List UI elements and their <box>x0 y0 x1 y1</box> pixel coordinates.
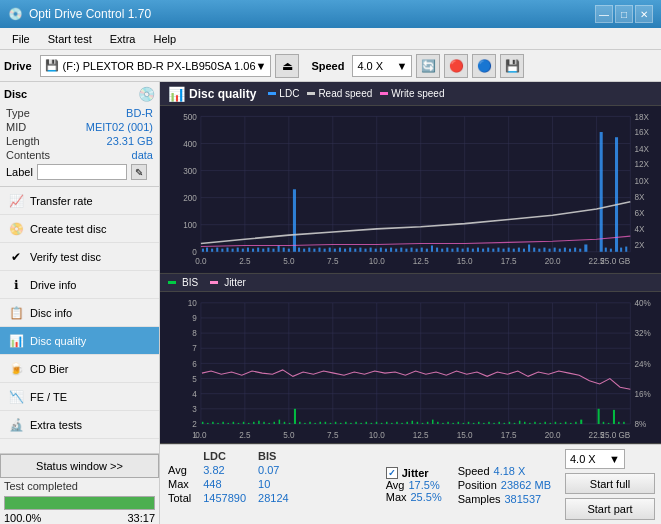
svg-text:200: 200 <box>183 194 197 203</box>
svg-text:16%: 16% <box>634 388 651 398</box>
svg-rect-196 <box>320 421 322 423</box>
samples-label: Samples <box>458 493 501 505</box>
svg-rect-55 <box>257 248 259 252</box>
svg-rect-216 <box>422 422 424 423</box>
menu-extra[interactable]: Extra <box>102 31 144 47</box>
svg-text:40%: 40% <box>634 297 651 307</box>
sidebar-progress-fill <box>5 497 154 509</box>
jitter-checkbox[interactable]: ✓ <box>386 467 398 479</box>
svg-text:300: 300 <box>183 167 197 176</box>
svg-rect-174 <box>207 422 209 423</box>
svg-rect-73 <box>349 248 351 252</box>
svg-rect-108 <box>528 244 530 251</box>
jitter-avg-label: Avg <box>386 479 405 491</box>
svg-rect-178 <box>227 422 229 423</box>
svg-rect-69 <box>329 248 331 252</box>
svg-rect-51 <box>237 248 239 252</box>
save-button[interactable]: 💾 <box>500 54 524 78</box>
svg-text:6: 6 <box>192 358 197 368</box>
svg-text:12.5: 12.5 <box>413 257 429 266</box>
disc-mid-row: MID MEIT02 (001) <box>4 120 155 134</box>
svg-text:15.0: 15.0 <box>457 429 473 439</box>
disc-icon: 💿 <box>138 86 155 102</box>
sidebar-item-disc-info[interactable]: 📋 Disc info <box>0 299 159 327</box>
menu-file[interactable]: File <box>4 31 38 47</box>
sidebar-item-create-test-disc[interactable]: 📀 Create test disc <box>0 215 159 243</box>
action-speed-val: 4.0 X <box>570 453 596 465</box>
svg-rect-120 <box>600 132 603 252</box>
svg-text:10.0: 10.0 <box>369 429 385 439</box>
svg-text:25.0 GB: 25.0 GB <box>600 429 630 439</box>
svg-rect-113 <box>554 248 556 252</box>
sidebar-item-cd-bier[interactable]: 🍺 CD Bier <box>0 355 159 383</box>
disc-quality-icon: 📊 <box>8 334 24 348</box>
start-full-button[interactable]: Start full <box>565 473 655 495</box>
status-window-button[interactable]: Status window >> <box>0 454 159 478</box>
sidebar-item-fe-te[interactable]: 📉 FE / TE <box>0 383 159 411</box>
disc-label-input[interactable] <box>37 164 127 180</box>
disc-contents-row: Contents data <box>4 148 155 162</box>
close-button[interactable]: ✕ <box>635 5 653 23</box>
settings-button2[interactable]: 🔵 <box>472 54 496 78</box>
svg-rect-60 <box>283 248 285 252</box>
svg-rect-82 <box>395 249 397 252</box>
position-label: Position <box>458 479 497 491</box>
svg-rect-109 <box>533 248 535 252</box>
sidebar-item-drive-info[interactable]: ℹ Drive info <box>0 271 159 299</box>
sidebar-item-transfer-rate[interactable]: 📈 Transfer rate <box>0 187 159 215</box>
svg-text:8X: 8X <box>634 193 644 202</box>
svg-text:100: 100 <box>183 221 197 230</box>
svg-rect-233 <box>509 421 511 423</box>
col-header-empty <box>168 449 203 463</box>
svg-rect-95 <box>462 249 464 252</box>
svg-rect-235 <box>519 420 521 423</box>
eject-button[interactable]: ⏏ <box>275 54 299 78</box>
svg-rect-189 <box>284 421 286 423</box>
maximize-button[interactable]: □ <box>615 5 633 23</box>
disc-length-row: Length 23.31 GB <box>4 134 155 148</box>
svg-rect-241 <box>550 422 552 423</box>
action-speed-dropdown[interactable]: 4.0 X ▼ <box>565 449 625 469</box>
menu-help[interactable]: Help <box>145 31 184 47</box>
app-title: Opti Drive Control 1.70 <box>29 7 151 21</box>
avg-ldc: 3.82 <box>203 463 258 477</box>
start-part-button[interactable]: Start part <box>565 498 655 520</box>
drive-info-label: Drive info <box>30 279 76 291</box>
svg-rect-212 <box>401 422 403 423</box>
svg-text:500: 500 <box>183 112 197 121</box>
svg-text:0: 0 <box>192 248 197 257</box>
svg-rect-106 <box>518 248 520 252</box>
legend-bis: BIS <box>168 277 198 288</box>
svg-text:17.5: 17.5 <box>501 429 517 439</box>
drive-selector[interactable]: 💾 (F:) PLEXTOR BD-R PX-LB950SA 1.06 ▼ <box>40 55 272 77</box>
refresh-button[interactable]: 🔄 <box>416 54 440 78</box>
speed-selector[interactable]: 4.0 X ▼ <box>352 55 412 77</box>
svg-rect-57 <box>267 248 269 252</box>
sidebar-item-extra-tests[interactable]: 🔬 Extra tests <box>0 411 159 439</box>
svg-rect-192 <box>299 421 301 423</box>
bottom-chart: 10 9 8 7 6 5 4 3 2 1 40% 32% <box>160 292 661 444</box>
svg-rect-180 <box>238 422 240 423</box>
status-text: Test completed <box>0 478 159 494</box>
svg-text:18X: 18X <box>634 112 649 121</box>
total-label: Total <box>168 491 203 505</box>
svg-rect-179 <box>233 421 235 423</box>
menu-start-test[interactable]: Start test <box>40 31 100 47</box>
legend-write-speed: Write speed <box>380 88 444 99</box>
sidebar-item-disc-quality[interactable]: 📊 Disc quality <box>0 327 159 355</box>
svg-rect-236 <box>524 421 526 423</box>
sidebar-item-verify-test-disc[interactable]: ✔ Verify test disc <box>0 243 159 271</box>
svg-rect-83 <box>400 248 402 252</box>
svg-rect-67 <box>318 248 320 252</box>
svg-text:7: 7 <box>192 343 197 353</box>
speed-value: 4.0 X <box>357 60 383 72</box>
svg-rect-47 <box>216 248 218 252</box>
svg-rect-121 <box>605 248 607 252</box>
settings-button1[interactable]: 🔴 <box>444 54 468 78</box>
disc-label-button[interactable]: ✎ <box>131 164 147 180</box>
minimize-button[interactable]: — <box>595 5 613 23</box>
svg-rect-182 <box>248 422 250 423</box>
drive-value: (F:) PLEXTOR BD-R PX-LB950SA 1.06 <box>63 60 256 72</box>
avg-bis: 0.07 <box>258 463 301 477</box>
svg-rect-226 <box>473 422 475 423</box>
